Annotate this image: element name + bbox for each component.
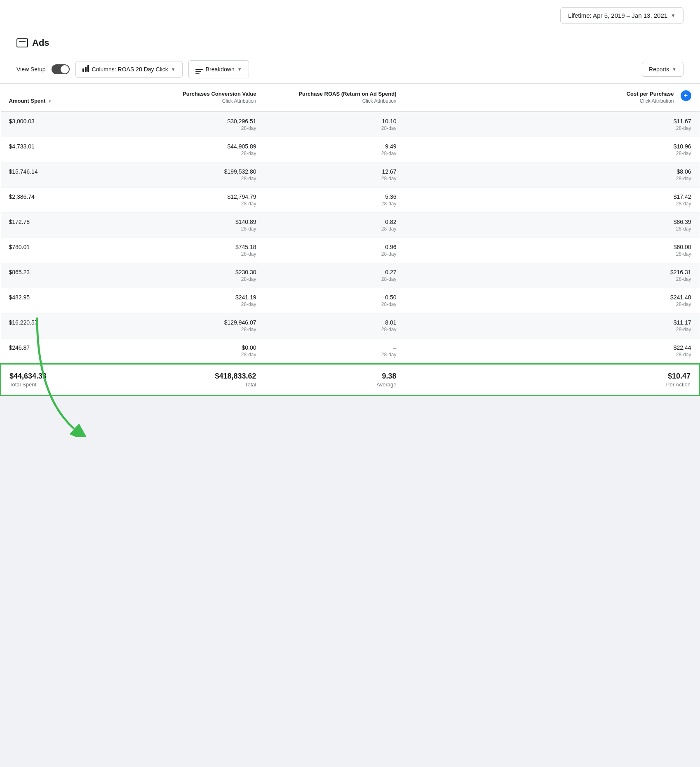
cost-per-sub: 28-day (413, 125, 691, 131)
cell-amount-spent: $16,220.57 (1, 313, 124, 338)
table-row: $2,386.74 $12,794.79 28-day 5.36 28-day … (1, 187, 700, 212)
purchases-cv-sub: 28-day (133, 251, 256, 257)
roas-value: – (273, 344, 397, 351)
cost-per-sub: 28-day (413, 151, 691, 156)
toolbar: View Setup Columns: ROAS 28 Day Click ▼ (0, 55, 700, 84)
reports-button-label: Reports (649, 66, 669, 73)
cell-roas: 8.01 28-day (265, 313, 405, 338)
cell-amount-spent: $865.23 (1, 263, 124, 288)
amount-spent-value: $4,733.01 (9, 143, 116, 150)
cell-cost-per: $17.42 28-day (405, 187, 700, 212)
cell-purchases-cv: $199,532.80 28-day (124, 162, 265, 187)
cost-per-sub: 28-day (413, 352, 691, 358)
cost-per-sub: 28-day (413, 226, 691, 232)
amount-spent-value: $865.23 (9, 269, 116, 275)
purchases-cv-value: $140.89 (133, 219, 256, 225)
roas-value: 0.82 (273, 219, 397, 225)
cost-per-value: $216.31 (413, 269, 691, 275)
cell-roas: 0.82 28-day (265, 212, 405, 238)
cell-cost-per: $216.31 28-day (405, 263, 700, 288)
purchases-cv-value: $230.30 (133, 269, 256, 275)
roas-sub: 28-day (273, 226, 397, 232)
purchases-cv-sub: 28-day (133, 226, 256, 232)
amount-spent-value: $3,000.03 (9, 118, 116, 125)
purchases-cv-value: $0.00 (133, 344, 256, 351)
roas-value: 0.96 (273, 244, 397, 250)
roas-sub: 28-day (273, 176, 397, 181)
footer-purchases-cv-sub: Total (133, 381, 256, 388)
table-footer-row: $44,634.33 Total Spent $418,833.62 Total… (1, 364, 700, 395)
col-roas-label: Purchase ROAS (Return on Ad Spend) (298, 91, 396, 97)
footer-cost-per: $10.47 Per Action (405, 364, 700, 395)
table-row: $16,220.57 $129,946.07 28-day 8.01 28-da… (1, 313, 700, 338)
breakdown-button[interactable]: Breakdown ▼ (188, 60, 249, 78)
roas-sub: 28-day (273, 327, 397, 332)
footer-roas: 9.38 Average (265, 364, 405, 395)
footer-roas-sub: Average (273, 381, 397, 388)
footer-amount-spent-value: $44,634.33 (9, 372, 116, 381)
roas-value: 8.01 (273, 319, 397, 326)
sort-icon: ▾ (49, 99, 51, 104)
cell-cost-per: $10.96 28-day (405, 137, 700, 162)
amount-spent-value: $15,746.14 (9, 168, 116, 175)
col-cost-per-sub: Click Attribution (627, 98, 674, 105)
amount-spent-value: $172.78 (9, 219, 116, 225)
purchases-cv-value: $12,794.79 (133, 193, 256, 200)
footer-cost-per-sub: Per Action (413, 381, 691, 388)
purchases-cv-sub: 28-day (133, 151, 256, 156)
cell-amount-spent: $246.87 (1, 338, 124, 364)
cell-purchases-cv: $140.89 28-day (124, 212, 265, 238)
roas-sub: 28-day (273, 352, 397, 358)
date-range-text: Lifetime: Apr 5, 2019 – Jan 13, 2021 (568, 12, 667, 19)
roas-sub: 28-day (273, 125, 397, 131)
col-amount-spent[interactable]: Amount Spent ▾ (1, 84, 124, 112)
amount-spent-value: $482.95 (9, 294, 116, 301)
cost-per-sub: 28-day (413, 201, 691, 207)
cost-per-value: $241.48 (413, 294, 691, 301)
date-range-button[interactable]: Lifetime: Apr 5, 2019 – Jan 13, 2021 ▼ (560, 7, 684, 24)
roas-sub: 28-day (273, 201, 397, 207)
amount-spent-value: $2,386.74 (9, 193, 116, 200)
cost-per-value: $8.06 (413, 168, 691, 175)
view-setup-toggle[interactable] (52, 64, 70, 74)
footer-roas-value: 9.38 (273, 372, 397, 381)
cell-cost-per: $241.48 28-day (405, 288, 700, 313)
amount-spent-value: $780.01 (9, 244, 116, 250)
roas-value: 9.49 (273, 143, 397, 150)
breakdown-button-label: Breakdown (206, 66, 235, 73)
purchases-cv-value: $241.19 (133, 294, 256, 301)
add-column-button[interactable]: + (681, 90, 691, 101)
table-row: $780.01 $745.18 28-day 0.96 28-day $60.0… (1, 238, 700, 263)
cell-purchases-cv: $129,946.07 28-day (124, 313, 265, 338)
cell-amount-spent: $780.01 (1, 238, 124, 263)
roas-sub: 28-day (273, 301, 397, 307)
cell-amount-spent: $482.95 (1, 288, 124, 313)
cost-per-sub: 28-day (413, 301, 691, 307)
cost-per-value: $22.44 (413, 344, 691, 351)
reports-button[interactable]: Reports ▼ (642, 62, 684, 77)
cell-amount-spent: $3,000.03 (1, 112, 124, 137)
table-row: $3,000.03 $30,296.51 28-day 10.10 28-day… (1, 112, 700, 137)
purchases-cv-sub: 28-day (133, 176, 256, 181)
purchases-cv-value: $745.18 (133, 244, 256, 250)
purchases-cv-value: $30,296.51 (133, 118, 256, 125)
col-cost-per: Cost per Purchase Click Attribution + (405, 84, 700, 112)
cell-roas: 10.10 28-day (265, 112, 405, 137)
cost-per-value: $17.42 (413, 193, 691, 200)
col-purchases-cv: Purchases Conversion Value Click Attribu… (124, 84, 265, 112)
col-purchases-cv-sub: Click Attribution (133, 98, 256, 105)
purchases-cv-sub: 28-day (133, 201, 256, 207)
roas-value: 0.50 (273, 294, 397, 301)
page-title: Ads (32, 38, 49, 48)
roas-value: 0.27 (273, 269, 397, 275)
purchases-cv-sub: 28-day (133, 301, 256, 307)
reports-chevron-icon: ▼ (672, 67, 677, 72)
cell-amount-spent: $2,386.74 (1, 187, 124, 212)
date-range-chevron: ▼ (671, 13, 676, 19)
cell-cost-per: $8.06 28-day (405, 162, 700, 187)
col-purchases-cv-label: Purchases Conversion Value (183, 91, 256, 97)
purchases-cv-value: $44,905.89 (133, 143, 256, 150)
columns-button[interactable]: Columns: ROAS 28 Day Click ▼ (75, 61, 183, 78)
lines-icon (195, 69, 203, 74)
cell-cost-per: $11.67 28-day (405, 112, 700, 137)
